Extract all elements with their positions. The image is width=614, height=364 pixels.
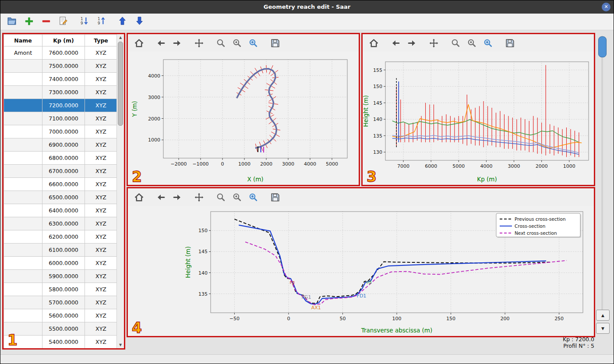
name-cell[interactable]: Amont [4,46,42,60]
forward-button[interactable] [405,36,418,49]
table-row[interactable]: 6300.0000XYZ [4,217,117,230]
move-down-button[interactable] [133,16,145,28]
table-row[interactable]: 6100.0000XYZ [4,244,117,257]
table-scrollbar[interactable]: ▲ ▼ [116,34,124,348]
type-cell[interactable]: XYZ [85,230,117,244]
kp-cell[interactable]: 5900.0000 [42,270,85,283]
type-cell[interactable]: XYZ [85,191,117,204]
kp-cell[interactable]: 6100.0000 [42,244,85,257]
sort-descending-button[interactable]: 19 [78,16,90,28]
sort-ascending-button[interactable]: 19 [95,16,107,28]
column-header[interactable]: Name [4,35,42,46]
table-row[interactable]: 6700.0000XYZ [4,165,117,178]
name-cell[interactable] [4,336,42,349]
home-button[interactable] [132,191,145,204]
zoom-select-button[interactable] [230,36,243,49]
name-cell[interactable] [4,296,42,309]
name-cell[interactable] [4,60,42,73]
name-cell[interactable] [4,322,42,336]
edit-cross-section-button[interactable] [57,16,69,28]
name-cell[interactable] [4,217,42,230]
kp-cell[interactable]: 7200.0000 [42,99,85,112]
type-cell[interactable]: XYZ [85,257,117,270]
scroll-up-button[interactable]: ▲ [117,34,124,41]
zoom-select-button[interactable] [465,36,478,49]
column-header[interactable]: Type [85,35,117,46]
type-cell[interactable]: XYZ [85,204,117,217]
name-cell[interactable] [4,257,42,270]
table-row[interactable]: 5500.0000XYZ [4,322,117,336]
add-cross-section-button[interactable] [23,16,35,28]
kp-cell[interactable]: 5500.0000 [42,322,85,336]
name-cell[interactable] [4,283,42,296]
table-row[interactable]: 6200.0000XYZ [4,230,117,244]
table-row[interactable]: 5800.0000XYZ [4,283,117,296]
scroll-thumb[interactable] [118,42,123,126]
zoom-in-button[interactable] [247,191,260,204]
table-row[interactable]: 6600.0000XYZ [4,178,117,191]
type-cell[interactable]: XYZ [85,283,117,296]
name-cell[interactable] [4,309,42,322]
name-cell[interactable] [4,152,42,165]
table-row[interactable]: 6000.0000XYZ [4,257,117,270]
type-cell[interactable]: XYZ [85,322,117,336]
type-cell[interactable]: XYZ [85,112,117,125]
kp-cell[interactable]: 5700.0000 [42,296,85,309]
type-cell[interactable]: XYZ [85,309,117,322]
cross-section-chart[interactable]: −50050100150200250135140145150Transverse… [128,206,594,336]
profile-down-button[interactable]: ▼ [596,323,610,334]
zoom-button[interactable] [214,36,227,49]
zoom-in-button[interactable] [247,36,260,49]
name-cell[interactable] [4,230,42,244]
forward-button[interactable] [170,36,183,49]
back-button[interactable] [154,191,167,204]
name-cell[interactable] [4,204,42,217]
zoom-in-button[interactable] [481,36,494,49]
save-button[interactable] [268,36,282,49]
profile-slider-track[interactable] [601,35,603,311]
pan-button[interactable] [192,191,205,204]
close-button[interactable]: ✕ [602,3,610,11]
profile-up-button[interactable]: ▲ [596,310,610,321]
type-cell[interactable]: XYZ [85,244,117,257]
kp-cell[interactable]: 5600.0000 [42,309,85,322]
kp-cell[interactable]: 7600.0000 [42,46,85,60]
type-cell[interactable]: XYZ [85,217,117,230]
open-file-button[interactable] [6,16,18,28]
kp-cell[interactable]: 6500.0000 [42,191,85,204]
type-cell[interactable]: XYZ [85,73,117,86]
home-button[interactable] [132,36,145,49]
kp-cell[interactable]: 6300.0000 [42,217,85,230]
name-cell[interactable] [4,165,42,178]
table-row[interactable]: 5900.0000XYZ [4,270,117,283]
name-cell[interactable] [4,138,42,152]
name-cell[interactable] [4,125,42,138]
table-row[interactable]: 6800.0000XYZ [4,152,117,165]
type-cell[interactable]: XYZ [85,152,117,165]
zoom-button[interactable] [214,191,227,204]
kp-cell[interactable]: 6600.0000 [42,178,85,191]
type-cell[interactable]: XYZ [85,60,117,73]
type-cell[interactable]: XYZ [85,86,117,99]
name-cell[interactable] [4,99,42,112]
table-row[interactable]: 7400.0000XYZ [4,73,117,86]
type-cell[interactable]: XYZ [85,336,117,349]
scroll-down-button[interactable]: ▼ [117,342,124,348]
table-row[interactable]: 7100.0000XYZ [4,112,117,125]
delete-cross-section-button[interactable] [40,16,52,28]
name-cell[interactable] [4,73,42,86]
name-cell[interactable] [4,191,42,204]
name-cell[interactable] [4,112,42,125]
type-cell[interactable]: XYZ [85,296,117,309]
table-row[interactable]: 5400.0000XYZ [4,336,117,349]
plan-view-chart[interactable]: −2000−1000010002000300040005000100020003… [128,52,359,185]
zoom-button[interactable] [449,36,462,49]
pan-button[interactable] [427,36,440,49]
name-cell[interactable] [4,178,42,191]
home-button[interactable] [367,36,380,49]
table-row[interactable]: 7500.0000XYZ [4,60,117,73]
title-bar[interactable]: Geometry reach edit - Saar ✕ [0,0,614,14]
type-cell[interactable]: XYZ [85,46,117,60]
type-cell[interactable]: XYZ [85,270,117,283]
table-row[interactable]: 7000.0000XYZ [4,125,117,138]
